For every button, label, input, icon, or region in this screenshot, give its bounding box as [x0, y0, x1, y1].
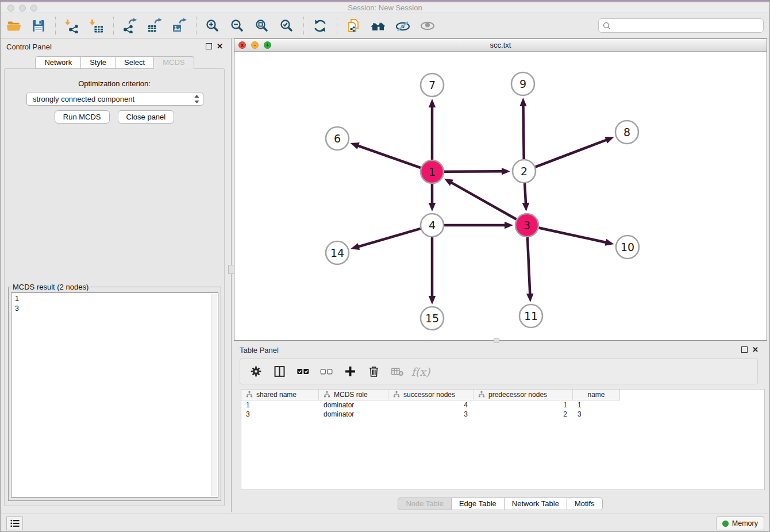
column-tree-icon [478, 391, 485, 398]
close-table-panel-icon[interactable]: ✕ [752, 346, 759, 353]
graph-node-label: 1 [429, 165, 436, 178]
float-panel-icon[interactable] [206, 43, 212, 49]
run-mcds-button[interactable]: Run MCDS [55, 110, 110, 124]
graph-edge-arrowhead [429, 296, 436, 304]
tab-edge-table[interactable]: Edge Table [451, 498, 505, 510]
delete-entry-icon[interactable] [366, 364, 381, 379]
criterion-dropdown[interactable]: strongly connected component [26, 92, 203, 106]
new-network-from-selection-icon[interactable] [345, 18, 361, 34]
network-home-icon[interactable] [370, 18, 386, 34]
graph-edge-3-1[interactable] [451, 183, 517, 219]
panel-divider[interactable] [231, 38, 232, 512]
zoom-out-icon[interactable] [229, 18, 245, 34]
network-resize-grip[interactable] [494, 338, 499, 343]
network-canvas[interactable]: 7968124314101511 [234, 52, 767, 340]
graph-edge-arrowhead [522, 203, 529, 211]
graph-node-label: 3 [523, 219, 530, 232]
delete-table-icon[interactable] [390, 364, 405, 379]
graph-edge-2-8[interactable] [536, 140, 607, 167]
table-cell[interactable]: 4 [388, 401, 473, 409]
close-panel-icon[interactable]: ✕ [217, 43, 223, 49]
graph-edge-4-14[interactable] [358, 229, 420, 247]
graph-edge-arrowhead [605, 137, 614, 144]
table-cell[interactable]: 1 [241, 401, 319, 409]
import-network-icon[interactable] [64, 18, 80, 34]
criterion-dropdown-value: strongly connected component [33, 95, 194, 103]
column-header-shared-name[interactable]: shared name [241, 390, 319, 400]
open-session-icon[interactable] [6, 18, 22, 34]
control-panel-title: Control Panel [6, 43, 52, 51]
save-session-icon[interactable] [30, 18, 47, 34]
search-input[interactable] [614, 21, 763, 30]
apply-layout-icon[interactable] [312, 18, 328, 34]
add-entry-icon[interactable] [342, 364, 357, 379]
show-all-eye-icon[interactable] [419, 18, 436, 34]
memory-label: Memory [732, 519, 758, 527]
graph-edge-arrowhead [605, 239, 614, 246]
table-cell[interactable]: 3 [573, 410, 620, 418]
tab-network-table[interactable]: Network Table [504, 498, 567, 510]
mcds-result-textarea[interactable]: 1 3 [11, 292, 218, 498]
table-cell[interactable]: 2 [473, 410, 573, 418]
mcds-result-line: 1 [15, 294, 218, 304]
graph-edge-2-9[interactable] [523, 106, 524, 159]
table-cell[interactable]: dominator [319, 410, 388, 418]
table-row[interactable]: 1 dominator 4 1 1 [241, 400, 764, 410]
table-cell[interactable]: 3 [241, 410, 319, 418]
close-panel-button[interactable]: Close panel [118, 110, 175, 124]
graph-node-label: 15 [425, 312, 439, 325]
table-cell[interactable]: 1 [573, 401, 620, 409]
toolbar-separator [113, 17, 114, 35]
graph-edge-1-6[interactable] [358, 146, 421, 168]
graph-edge-3-11[interactable] [528, 237, 530, 294]
tab-node-table[interactable]: Node Table [398, 498, 452, 510]
export-image-icon[interactable] [171, 18, 187, 34]
tab-network[interactable]: Network [35, 56, 81, 69]
mcds-result-group: MCDS result (2 nodes) 1 3 [8, 283, 221, 501]
column-tree-icon [246, 391, 253, 398]
result-scrollbar[interactable] [211, 294, 217, 496]
table-row[interactable]: 3 dominator 3 2 3 [241, 410, 764, 419]
export-table-icon[interactable] [147, 18, 163, 34]
table-options-gear-icon[interactable] [248, 364, 263, 379]
graph-node-label: 4 [429, 219, 436, 232]
graph-edge-1-2[interactable] [444, 171, 502, 172]
tab-select[interactable]: Select [115, 56, 154, 69]
column-header-name[interactable]: name [573, 390, 620, 400]
graph-edge-3-10[interactable] [539, 228, 606, 242]
table-cell[interactable]: dominator [319, 401, 388, 409]
window-titlebar[interactable]: Session: New Session [1, 2, 769, 13]
column-header-mcds-role[interactable]: MCDS role [319, 390, 388, 400]
memory-button[interactable]: Memory [716, 516, 764, 530]
graph-edge-2-3[interactable] [525, 183, 526, 203]
toggle-columns-icon[interactable] [272, 364, 287, 379]
tab-style[interactable]: Style [80, 56, 116, 69]
float-table-panel-icon[interactable] [741, 346, 748, 353]
import-table-icon[interactable] [88, 18, 105, 34]
task-history-button[interactable] [6, 516, 23, 530]
zoom-fit-icon[interactable] [254, 18, 270, 34]
graph-node-label: 11 [524, 310, 538, 322]
zoom-in-icon[interactable] [205, 18, 221, 34]
graph-edge-arrowhead [505, 222, 513, 229]
status-bar: Memory [1, 514, 769, 532]
hide-selected-eye-slash-icon[interactable] [395, 18, 411, 34]
select-all-icon[interactable] [295, 364, 310, 379]
memory-status-dot [722, 521, 729, 527]
mcds-panel: Optimization criterion: strongly connect… [4, 68, 225, 506]
column-header-successor-nodes[interactable]: successor nodes [388, 390, 473, 400]
export-network-icon[interactable] [122, 18, 138, 34]
network-window-titlebar[interactable]: x - + scc.txt [234, 39, 767, 52]
column-tree-icon [324, 391, 330, 398]
table-cell[interactable]: 1 [473, 401, 573, 409]
tab-motifs[interactable]: Motifs [567, 498, 603, 510]
tab-mcds[interactable]: MCDS [153, 56, 194, 69]
search-box[interactable] [598, 18, 764, 33]
zoom-selected-icon[interactable] [279, 18, 295, 34]
graph-edge-arrowhead [351, 142, 360, 149]
deselect-all-icon[interactable] [319, 364, 334, 379]
column-header-predecessor-nodes[interactable]: predecessor nodes [473, 390, 573, 400]
table-panel: Table Panel ✕ f(x) shared name MCDS role… [234, 344, 767, 514]
function-builder-icon[interactable]: f(x) [413, 364, 428, 379]
table-cell[interactable]: 3 [388, 410, 473, 418]
